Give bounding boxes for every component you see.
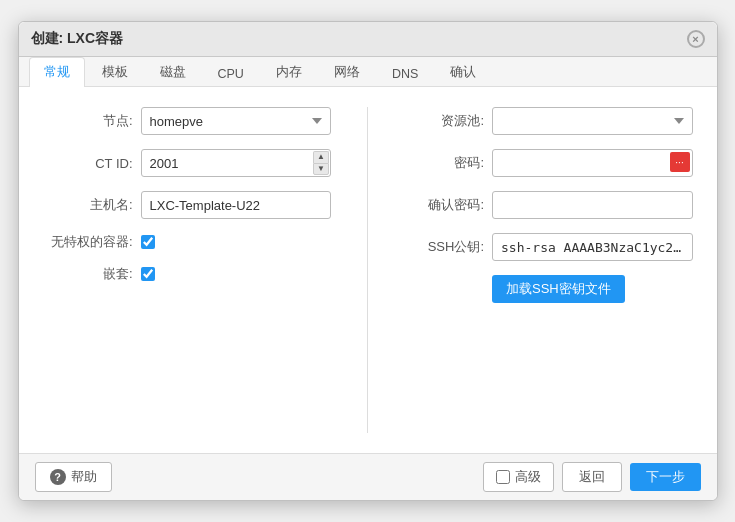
node-control: homepve [141, 107, 332, 135]
tab-general[interactable]: 常规 [29, 57, 85, 87]
pool-label: 资源池: [404, 112, 484, 130]
pool-select[interactable] [492, 107, 693, 135]
ssh-control [492, 233, 693, 261]
help-label: 帮助 [71, 468, 97, 486]
password-input[interactable] [492, 149, 693, 177]
node-row: 节点: homepve [43, 107, 332, 135]
ctid-row: CT ID: ▲ ▼ [43, 149, 332, 177]
nesting-label: 嵌套: [43, 265, 133, 283]
confirm-password-label: 确认密码: [404, 196, 484, 214]
confirm-password-input[interactable] [492, 191, 693, 219]
tab-disk[interactable]: 磁盘 [145, 57, 201, 87]
confirm-password-row: 确认密码: [404, 191, 693, 219]
footer-right: 高级 返回 下一步 [483, 462, 701, 492]
nesting-row: 嵌套: [43, 265, 332, 283]
tab-template[interactable]: 模板 [87, 57, 143, 87]
hostname-input[interactable] [141, 191, 332, 219]
password-label: 密码: [404, 154, 484, 172]
ctid-spinner: ▲ ▼ [141, 149, 332, 177]
tab-network[interactable]: 网络 [319, 57, 375, 87]
ssh-label: SSH公钥: [404, 238, 484, 256]
password-control: ··· [492, 149, 693, 177]
advanced-checkbox[interactable] [496, 470, 510, 484]
ssh-key-input[interactable] [492, 233, 693, 261]
next-button[interactable]: 下一步 [630, 463, 701, 491]
password-toggle-button[interactable]: ··· [670, 152, 690, 172]
tab-memory[interactable]: 内存 [261, 57, 317, 87]
nesting-control [141, 267, 332, 281]
unprivileged-checkbox[interactable] [141, 235, 155, 249]
load-ssh-key-button[interactable]: 加载SSH密钥文件 [492, 275, 625, 303]
left-form: 节点: homepve CT ID: ▲ ▼ [43, 107, 332, 433]
nesting-checkbox[interactable] [141, 267, 155, 281]
advanced-label: 高级 [515, 468, 541, 486]
dialog-header: 创建: LXC容器 × [19, 22, 717, 57]
hostname-row: 主机名: [43, 191, 332, 219]
pool-row: 资源池: [404, 107, 693, 135]
right-form: 资源池: 密码: ··· 确认密码: [404, 107, 693, 433]
hostname-label: 主机名: [43, 196, 133, 214]
confirm-password-control [492, 191, 693, 219]
ssh-button-row: 加载SSH密钥文件 [404, 275, 693, 303]
unprivileged-label: 无特权的容器: [43, 233, 133, 251]
create-lxc-dialog: 创建: LXC容器 × 常规 模板 磁盘 CPU 内存 网络 DNS 确认 节点… [18, 21, 718, 501]
hostname-control [141, 191, 332, 219]
back-button[interactable]: 返回 [562, 462, 622, 492]
dialog-title: 创建: LXC容器 [31, 30, 124, 48]
tab-dns[interactable]: DNS [377, 60, 433, 87]
pool-control [492, 107, 693, 135]
advanced-toggle[interactable]: 高级 [483, 462, 554, 492]
ctid-arrows: ▲ ▼ [313, 151, 329, 175]
column-divider [367, 107, 368, 433]
password-row: 密码: ··· [404, 149, 693, 177]
unprivileged-control [141, 235, 332, 249]
close-button[interactable]: × [687, 30, 705, 48]
ctid-input[interactable] [141, 149, 332, 177]
unprivileged-row: 无特权的容器: [43, 233, 332, 251]
ssh-row: SSH公钥: [404, 233, 693, 261]
help-button[interactable]: ? 帮助 [35, 462, 112, 492]
node-select[interactable]: homepve [141, 107, 332, 135]
tab-bar: 常规 模板 磁盘 CPU 内存 网络 DNS 确认 [19, 57, 717, 87]
ctid-label: CT ID: [43, 156, 133, 171]
node-label: 节点: [43, 112, 133, 130]
ctid-up-arrow[interactable]: ▲ [313, 151, 329, 163]
tab-cpu[interactable]: CPU [203, 60, 259, 87]
footer-left: ? 帮助 [35, 462, 112, 492]
dialog-footer: ? 帮助 高级 返回 下一步 [19, 453, 717, 500]
dialog-body: 节点: homepve CT ID: ▲ ▼ [19, 87, 717, 453]
tab-confirm[interactable]: 确认 [435, 57, 491, 87]
help-icon: ? [50, 469, 66, 485]
ctid-down-arrow[interactable]: ▼ [313, 163, 329, 176]
